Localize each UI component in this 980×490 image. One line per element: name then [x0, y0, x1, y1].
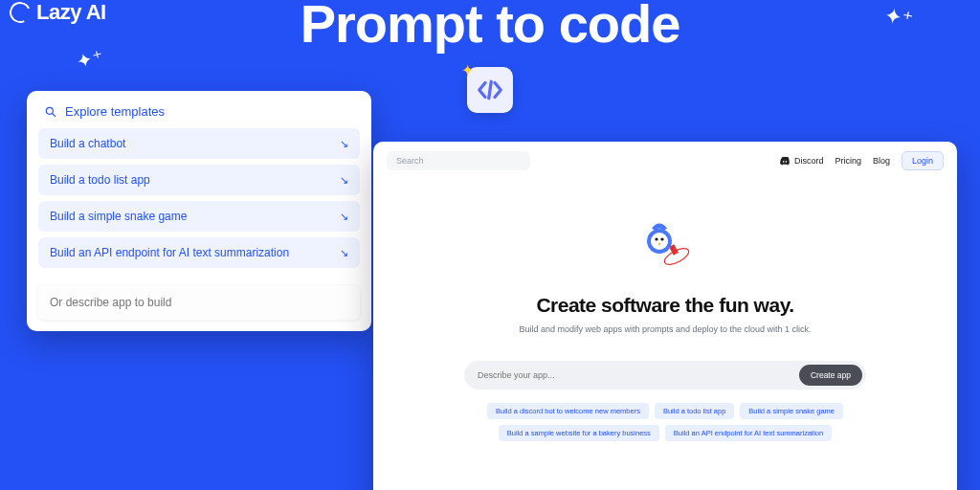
templates-header[interactable]: Explore templates — [38, 104, 360, 128]
template-item-label: Build a todo list app — [50, 173, 150, 187]
chip[interactable]: Build a todo list app — [655, 403, 734, 419]
template-item-label: Build an API endpoint for AI text summar… — [50, 246, 289, 259]
describe-input[interactable] — [38, 285, 360, 320]
nav-blog-label: Blog — [873, 156, 890, 166]
brand-swirl-icon — [7, 0, 33, 26]
create-app-button[interactable]: Create app — [799, 365, 862, 386]
app-topbar: Search Discord Pricing Blog Login — [373, 142, 957, 180]
nav-blog[interactable]: Blog — [873, 156, 890, 166]
prompt-bar: Create app — [464, 361, 866, 390]
app-window: Search Discord Pricing Blog Login — [373, 142, 957, 490]
discord-icon — [779, 156, 791, 166]
hero-title: Create software the fun way. — [373, 294, 957, 317]
login-label: Login — [912, 156, 933, 166]
sparkle-icon: ✦ — [461, 61, 474, 79]
search-input[interactable]: Search — [387, 151, 530, 170]
create-app-label: Create app — [811, 370, 851, 380]
svg-point-7 — [655, 237, 657, 240]
spark-right-icon: ✦⁺ — [882, 4, 915, 33]
template-item[interactable]: Build a chatbot ↘ — [38, 128, 360, 159]
svg-point-1 — [46, 107, 53, 114]
templates-card: Explore templates Build a chatbot ↘ Buil… — [27, 91, 371, 331]
brand-logo: Lazy AI — [10, 0, 106, 25]
template-item[interactable]: Build a simple snake game ↘ — [38, 201, 360, 232]
hero-subtitle: Build and modify web apps with prompts a… — [373, 324, 957, 334]
chip[interactable]: Build a discord bot to welcome new membe… — [487, 403, 649, 419]
arrow-down-right-icon: ↘ — [340, 247, 348, 259]
chip[interactable]: Build an API endpoint for AI text summar… — [665, 425, 832, 441]
nav-pricing-label: Pricing — [835, 156, 861, 166]
code-badge-icon: ✦ — [467, 67, 513, 113]
arrow-down-right-icon: ↘ — [340, 174, 348, 187]
arrow-down-right-icon: ↘ — [340, 211, 348, 223]
spark-left-icon: ✦⁺ — [74, 45, 105, 74]
chip[interactable]: Build a sample website for a bakery busi… — [499, 425, 659, 441]
template-item-label: Build a simple snake game — [50, 210, 187, 223]
templates-header-label: Explore templates — [65, 104, 165, 119]
template-item[interactable]: Build a todo list app ↘ — [38, 165, 360, 195]
brand-text: Lazy AI — [36, 0, 106, 25]
svg-point-6 — [651, 233, 668, 250]
prompt-input[interactable] — [478, 370, 799, 380]
nav-discord-label: Discord — [794, 156, 824, 166]
template-item-label: Build a chatbot — [50, 137, 125, 150]
chip[interactable]: Build a simple snake game — [740, 403, 843, 419]
nav-pricing[interactable]: Pricing — [835, 156, 861, 166]
svg-point-8 — [660, 237, 663, 240]
svg-line-0 — [489, 81, 492, 99]
search-placeholder: Search — [396, 156, 424, 166]
arrow-down-right-icon: ↘ — [340, 138, 348, 150]
mascot-icon — [636, 218, 694, 271]
login-button[interactable]: Login — [902, 151, 944, 170]
nav-discord[interactable]: Discord — [779, 156, 824, 166]
suggestion-chips: Build a discord bot to welcome new membe… — [373, 403, 957, 441]
template-item[interactable]: Build an API endpoint for AI text summar… — [38, 237, 360, 268]
svg-line-2 — [53, 113, 56, 116]
headline: Prompt to code — [301, 0, 680, 55]
hero-area: Create software the fun way. Build and m… — [373, 180, 957, 441]
